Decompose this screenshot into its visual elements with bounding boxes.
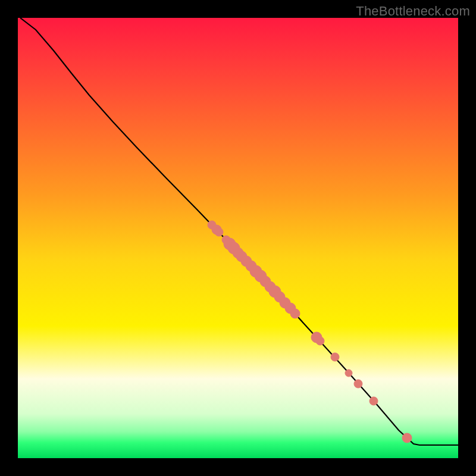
data-point xyxy=(369,397,378,405)
data-point xyxy=(316,337,324,345)
chart-svg xyxy=(18,18,458,458)
data-point xyxy=(215,228,223,236)
gradient-background xyxy=(18,18,458,458)
data-point xyxy=(345,369,352,377)
chart-frame: TheBottleneck.com xyxy=(0,0,476,476)
data-point xyxy=(290,309,300,318)
data-point xyxy=(331,353,339,361)
data-point xyxy=(402,433,412,443)
watermark-label: TheBottleneck.com xyxy=(356,4,470,19)
data-point xyxy=(354,380,362,388)
plot-area xyxy=(18,18,458,458)
